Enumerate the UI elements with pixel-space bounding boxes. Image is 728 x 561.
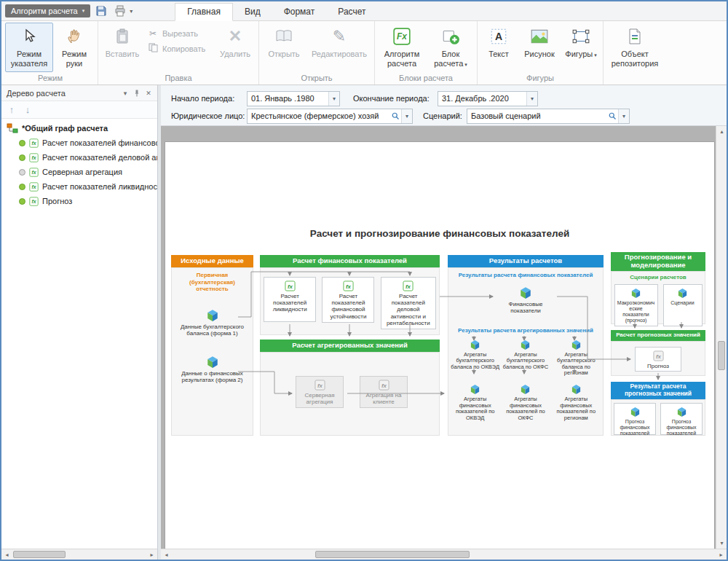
diagram-node[interactable]: Прогноз финансовых показателей [660,403,703,435]
diagram-node[interactable]: Расчет показателей деловой активности и … [381,277,436,329]
calc-block-button[interactable]: Блок расчета▾ [427,23,475,72]
group-label-repository [606,82,664,85]
tree-item[interactable]: Расчет показателей деловой активности [1,150,157,165]
diagram-node[interactable]: Агрегаты бухгалтерского баланса по регио… [551,340,601,377]
hand-mode-button[interactable]: Режим руки [53,23,95,72]
picture-button[interactable]: Рисунок [518,23,561,72]
horizontal-scrollbar[interactable]: ◂ ▸ [161,549,727,560]
panel-menu-icon[interactable]: ▾ [119,87,131,99]
search-icon[interactable] [389,111,401,120]
diagram-node[interactable]: Агрегация на клиенте [360,376,408,408]
scroll-right-icon[interactable]: ▸ [146,549,157,560]
scroll-right-icon[interactable]: ▸ [716,549,727,560]
scroll-down-icon[interactable]: ▾ [716,538,727,549]
chevron-down-icon[interactable]: ▾ [526,92,537,106]
scroll-up-icon[interactable]: ▴ [716,126,727,137]
scenario-combobox[interactable]: Базовый сценарий ▾ [467,109,630,124]
pointer-mode-button[interactable]: Режим указателя [5,23,53,72]
cube-icon [630,407,641,417]
tree-item[interactable]: Прогноз [1,194,157,208]
scroll-thumb[interactable] [13,551,66,558]
diagram-node[interactable]: Агрегаты финансовых показателей по регио… [551,384,601,422]
text-button[interactable]: A Текст [480,23,518,72]
diagram-node[interactable]: Данные о финансовых результатах (форма 2… [181,356,245,383]
fx-icon [343,280,354,291]
tree-item[interactable]: Серверная агрегация [1,165,157,179]
tree-item[interactable]: Расчет показателей ликвидности [1,179,157,194]
scroll-left-icon[interactable]: ◂ [1,549,12,560]
close-icon[interactable]: ✕ [143,87,154,99]
diagram-node[interactable]: Финансовые показатели [496,286,555,314]
tree-horizontal-scrollbar[interactable]: ◂ ▸ [1,549,157,560]
diagram-node[interactable]: Данные бухгалтерского баланса (форма 1) [181,309,245,337]
vertical-scrollbar[interactable]: ▴ ▾ [716,126,727,549]
diagram-node[interactable]: Расчет показателей финансовой устойчивос… [322,277,374,323]
chevron-down-icon[interactable]: ▾ [401,109,412,123]
move-up-button[interactable]: ↑ [4,103,19,117]
tab-raschet[interactable]: Расчет [326,4,377,20]
copy-label: Копировать [162,44,205,53]
delete-button[interactable]: ✕ Удалить [214,23,256,72]
scenario-label: Сценарий: [423,111,467,120]
search-icon[interactable] [606,111,618,120]
period-end-combobox[interactable]: 31. Декабрь .2020 ▾ [438,91,538,106]
paste-button[interactable]: Вставить [100,23,144,72]
scroll-left-icon[interactable]: ◂ [161,549,172,560]
scroll-thumb[interactable] [315,551,470,558]
add-block-icon [440,26,462,47]
scroll-thumb[interactable] [718,341,725,370]
tab-vid[interactable]: Вид [233,4,272,20]
copy-button[interactable]: Копировать [144,41,214,56]
print-button[interactable] [112,4,128,18]
tree-item[interactable]: Расчет показателей финансовой устойчивос… [1,136,157,150]
pin-icon[interactable] [131,87,143,99]
save-button[interactable] [93,4,109,18]
diagram-node-label: Агрегаты бухгалтерского баланса по регио… [551,352,601,377]
aggregation-body: Серверная агрегация Агрегация на клиенте [260,352,440,436]
pointer-mode-label: Режим указателя [6,50,52,68]
diagram-node[interactable]: Серверная агрегация [296,376,344,408]
chevron-down-icon[interactable]: ▾ [328,92,339,106]
tree-item-label: Прогноз [42,197,72,205]
diagram-node[interactable]: Агрегаты бухгалтерского баланса по ОКВЭД [450,340,500,377]
diagram-node[interactable]: Агрегаты бухгалтерского баланса по ОКФС [500,340,550,377]
ribbon-group-shapes: A Текст Рисунок Фигуры▾ Фигуры [478,21,604,85]
diagram-node-label: Макроэкономические показатели (прогноз) [617,300,656,323]
save-icon [95,5,107,17]
chevron-down-icon[interactable]: ▾ [618,109,629,123]
legal-entity-combobox[interactable]: Крестьянское (фермерское) хозяй ▾ [247,109,413,124]
diagram-node[interactable]: Расчет показателей ликвидности [264,277,316,322]
move-down-button[interactable]: ↓ [20,103,35,117]
app-menu-button[interactable]: Алгоритм расчета ▾ [5,4,90,17]
forecast-result-header: Результат расчета прогнозных значений [611,382,705,399]
cut-button[interactable]: ✂ Вырезать [144,26,214,41]
tab-format[interactable]: Формат [272,4,327,20]
diagram-node[interactable]: Сценарии [663,284,703,326]
cursor-icon [18,26,40,47]
diagram-node-label: Агрегаты финансовых показателей по ОКФС [500,396,550,422]
cube-icon [571,384,582,395]
diagram-canvas[interactable]: Расчет и прогнозирование финансовых пока… [161,126,716,549]
cube-icon [206,356,219,369]
open-button[interactable]: Открыть [261,23,306,72]
diagram-node-label: Агрегация на клиенте [362,392,405,405]
fx-icon [29,182,39,192]
diagram-node[interactable]: Прогноз финансовых показателей [614,403,656,435]
diagram-title: Расчет и прогнозирование финансовых пока… [165,228,714,239]
shapes-button[interactable]: Фигуры▾ [561,23,601,72]
diagram-node[interactable]: Агрегаты финансовых показателей по ОКФС [500,384,550,422]
diagram-node[interactable]: Макроэкономические показатели (прогноз) [614,284,658,326]
period-start-combobox[interactable]: 01. Январь .1980 ▾ [247,91,340,106]
status-green-icon [19,154,25,161]
diagram-node[interactable]: Прогноз [635,347,681,372]
repository-object-button[interactable]: Объект репозитория [606,23,664,72]
tree-item-label: Расчет показателей финансовой устойчивос… [42,138,157,147]
tab-glavnaya[interactable]: Главная [175,3,233,21]
tree-root-item[interactable]: *Общий граф расчета [1,121,157,136]
calc-algorithm-button[interactable]: Fx Алгоритм расчета [377,23,427,72]
legal-entity-label: Юридическое лицо: [171,111,247,120]
quick-access-dropdown[interactable]: ▾ [130,8,132,15]
parameters-bar: Начало периода: 01. Январь .1980 ▾ Оконч… [161,85,727,126]
edit-button[interactable]: ✎ Редактировать [306,23,372,72]
diagram-node[interactable]: Агрегаты финансовых показателей по ОКВЭД [450,384,500,422]
